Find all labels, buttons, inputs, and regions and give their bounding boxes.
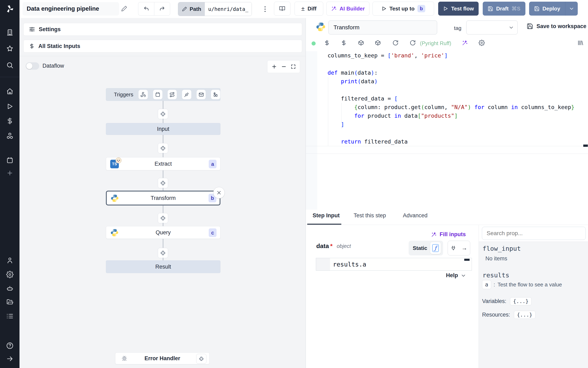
path-group[interactable]: Path u/henri/data_ [178, 2, 252, 16]
deploy-dropdown-chevron-icon[interactable] [565, 2, 578, 16]
editor-gutter [306, 51, 317, 210]
email-trigger-icon[interactable] [197, 90, 206, 99]
tag-label: tag [454, 25, 461, 31]
error-handler-node[interactable]: Error Handler [115, 352, 209, 364]
more-kebab-icon[interactable] [261, 3, 269, 15]
reload-icon[interactable] [392, 40, 398, 46]
insert-step-button[interactable] [158, 248, 168, 258]
runs-play-icon[interactable] [0, 100, 19, 112]
expr-input[interactable]: results.a [316, 258, 472, 271]
insert-step-button[interactable] [158, 109, 168, 119]
help-toggle[interactable]: Help [446, 272, 466, 279]
zoom-out-icon[interactable] [281, 64, 287, 70]
tab-test-this-step[interactable]: Test this step [354, 212, 386, 219]
save-icon [527, 23, 533, 29]
ai-builder-button[interactable]: AI Builder [326, 2, 370, 16]
result-item[interactable]: a : Test the flow to see a value [482, 280, 562, 289]
fill-inputs-button[interactable]: Fill inputs [431, 231, 466, 238]
function-mode-icon[interactable]: ƒ [430, 242, 441, 254]
schedules-calendar-icon[interactable] [0, 154, 19, 166]
package-icon[interactable] [358, 40, 364, 46]
logs-list-icon[interactable] [0, 310, 19, 322]
step-id-badge: c [209, 228, 217, 237]
dataflow-toggle[interactable] [26, 62, 39, 70]
resources-boxes-icon[interactable] [0, 130, 19, 142]
query-node[interactable]: Query c [106, 226, 220, 239]
tab-step-input[interactable]: Step Input [313, 212, 340, 219]
step-name-input[interactable] [328, 20, 437, 35]
code-editor[interactable]: columns_to_keep = ['brand', 'price'] def… [328, 51, 586, 146]
search-icon[interactable] [0, 59, 19, 71]
remove-step-close-icon[interactable] [213, 187, 225, 198]
collapse-arrow-icon[interactable] [0, 353, 19, 365]
editor-scrollbar-thumb[interactable] [583, 145, 588, 147]
expr-value: results.a [333, 261, 366, 268]
docs-book-button[interactable] [274, 2, 290, 16]
static-input-dollar-icon[interactable] [324, 40, 330, 46]
test-flow-button[interactable]: Test flow [438, 2, 479, 16]
undo-button[interactable] [138, 2, 154, 16]
folders-icon[interactable] [0, 296, 19, 308]
extract-node[interactable]: TS Extract a [106, 157, 220, 170]
all-static-inputs-bar[interactable]: All Static Inputs [23, 40, 302, 53]
ai-wand-icon[interactable] [462, 40, 468, 46]
triggers-node[interactable]: Triggers [106, 88, 220, 101]
results-section[interactable]: results [483, 271, 509, 279]
websocket-plug-trigger-icon[interactable] [182, 90, 191, 99]
fit-view-icon[interactable] [291, 64, 296, 69]
python-icon [316, 22, 326, 32]
add-plus-icon[interactable] [0, 167, 19, 179]
help-icon[interactable] [0, 340, 19, 352]
route-trigger-icon[interactable] [168, 90, 177, 99]
tab-advanced[interactable]: Advanced [403, 212, 427, 219]
python-icon [110, 194, 119, 202]
flow-input-section[interactable]: flow_input [483, 245, 521, 252]
expr-scrollbar-thumb[interactable] [464, 259, 470, 261]
editor-settings-gear-icon[interactable] [479, 40, 485, 46]
zoom-in-icon[interactable] [271, 64, 277, 70]
diff-button[interactable]: ± Diff [294, 2, 323, 16]
variable-dollar-icon[interactable] [341, 40, 347, 46]
insert-step-button[interactable] [158, 143, 168, 153]
variables-dollar-icon[interactable] [0, 115, 19, 127]
error-handler-label: Error Handler [144, 355, 180, 362]
play-icon [443, 6, 448, 11]
settings-gear-icon[interactable] [0, 268, 19, 281]
save-to-workspace-button[interactable]: Save to workspace [527, 23, 586, 29]
flow-settings-bar[interactable]: Settings [23, 23, 302, 36]
static-mode-toggle[interactable]: Static ƒ [409, 241, 443, 256]
tag-select[interactable] [466, 20, 518, 35]
poll-trigger-icon[interactable] [211, 90, 220, 99]
arrow-right-icon[interactable]: → [462, 245, 467, 251]
add-error-handler-button[interactable] [196, 354, 207, 364]
workspace-icon[interactable] [0, 26, 19, 38]
reload-icon[interactable] [410, 40, 416, 46]
home-icon[interactable] [0, 85, 19, 98]
test-up-to-button[interactable]: Test up to b [372, 2, 434, 16]
insert-step-button[interactable] [158, 213, 168, 223]
sidebar-divider [0, 77, 19, 77]
favorites-star-icon[interactable] [0, 42, 19, 55]
edit-title-pencil-icon[interactable] [121, 5, 127, 12]
package-icon[interactable] [375, 40, 381, 46]
search-prop-input[interactable] [482, 227, 586, 240]
input-node[interactable]: Input [106, 123, 220, 135]
library-panel-icon[interactable] [577, 40, 583, 46]
deploy-button[interactable]: Deploy [529, 2, 565, 16]
resources-row[interactable]: Resources: {...} [482, 311, 535, 319]
user-icon[interactable] [0, 254, 19, 267]
schedule-trigger-icon[interactable] [153, 90, 162, 99]
draft-button[interactable]: Draft ⌘S [483, 2, 525, 16]
transform-node-selected[interactable]: Transform b [106, 191, 220, 205]
workers-robot-icon[interactable] [0, 282, 19, 294]
redo-button[interactable] [154, 2, 170, 16]
windmill-logo-icon[interactable] [0, 2, 19, 16]
path-value[interactable]: u/henri/data_ [205, 2, 252, 16]
required-asterisk: * [330, 242, 333, 249]
variables-row[interactable]: Variables: {...} [482, 297, 531, 305]
result-node[interactable]: Result [106, 260, 220, 273]
bun-logo-icon [115, 157, 122, 163]
webhook-trigger-icon[interactable] [139, 90, 148, 99]
insert-step-button[interactable] [158, 178, 168, 188]
plug-icon[interactable] [451, 245, 456, 251]
